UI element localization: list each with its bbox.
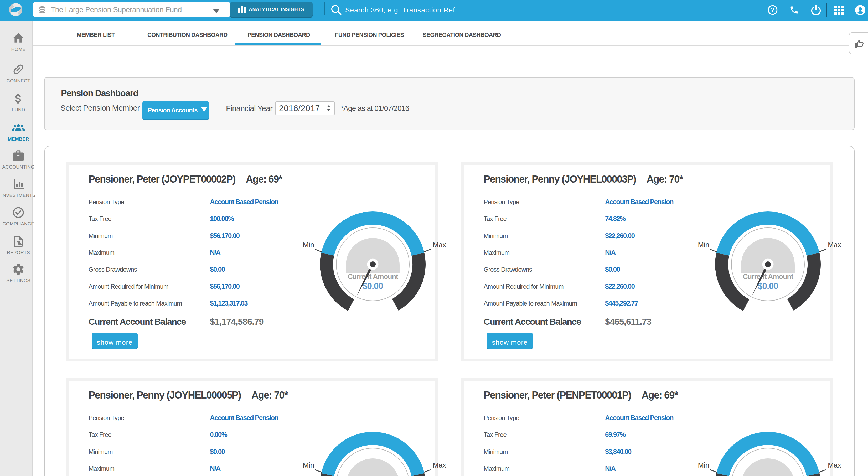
svg-text:Min: Min xyxy=(698,461,709,469)
svg-text:$0.00: $0.00 xyxy=(758,281,778,291)
svg-text:Max: Max xyxy=(828,241,841,249)
svg-text:Min: Min xyxy=(698,241,709,249)
svg-text:Min: Min xyxy=(303,461,314,469)
svg-text:Current Amount: Current Amount xyxy=(743,273,794,281)
svg-text:Current Amount: Current Amount xyxy=(347,273,398,281)
svg-text:$0.00: $0.00 xyxy=(363,281,383,291)
svg-text:Min: Min xyxy=(303,241,314,249)
svg-text:Max: Max xyxy=(828,461,841,469)
svg-text:Max: Max xyxy=(433,461,446,469)
svg-text:?: ? xyxy=(771,6,775,13)
svg-text:Max: Max xyxy=(433,241,446,249)
